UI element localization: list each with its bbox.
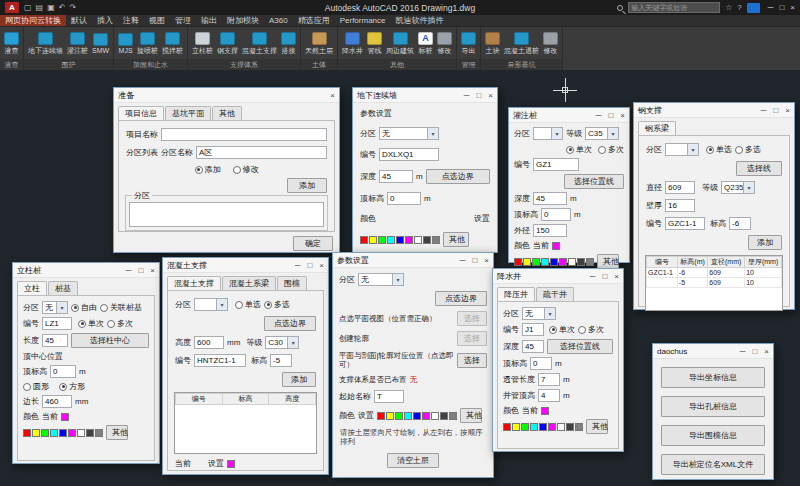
color-swatch-7[interactable]	[566, 423, 574, 431]
new-file-icon[interactable]: ▢	[24, 2, 32, 13]
color-swatch-8[interactable]	[575, 423, 583, 431]
height-input[interactable]	[194, 336, 224, 349]
radio-multi[interactable]: 多选	[264, 299, 290, 310]
menu-item-6[interactable]: 输出	[196, 15, 222, 26]
minimize-icon[interactable]: ─	[460, 256, 466, 265]
export-dialog-titlebar[interactable]: daochus ─ □ ×	[653, 344, 773, 359]
maximize-icon[interactable]: □	[773, 106, 778, 115]
color-swatch-3[interactable]	[404, 412, 412, 420]
partition-dropdown[interactable]: ▾	[665, 143, 699, 156]
tab-other[interactable]: 其他	[212, 106, 242, 120]
maximize-icon[interactable]: □	[476, 91, 481, 100]
elevation-input[interactable]	[729, 217, 751, 230]
partition-dropdown[interactable]: ▾	[194, 298, 228, 311]
concrete-dialog-titlebar[interactable]: 混凝土支撑 ─ □ ×	[163, 258, 328, 273]
color-swatch-3[interactable]	[541, 258, 549, 266]
color-swatch-2[interactable]	[532, 258, 540, 266]
ribbon-button-灌注桩[interactable]: 灌注桩	[66, 31, 89, 57]
color-swatch-6[interactable]	[414, 236, 422, 244]
minimize-icon[interactable]: ─	[295, 261, 301, 270]
radio-multi[interactable]: 多次	[107, 318, 133, 329]
other-color-button[interactable]: 其他	[106, 425, 128, 440]
tab-concrete-tie-beam[interactable]: 混凝土系梁	[222, 276, 276, 290]
minimize-icon[interactable]: ─	[126, 266, 132, 275]
ribbon-button-搭接[interactable]: 搭接	[280, 31, 297, 57]
color-swatch-4[interactable]	[59, 429, 67, 437]
color-swatch-2[interactable]	[521, 423, 529, 431]
color-swatch-3[interactable]	[50, 429, 58, 437]
color-swatch-7[interactable]	[423, 236, 431, 244]
color-swatch-0[interactable]	[514, 258, 522, 266]
top-elevation-input[interactable]	[530, 357, 552, 370]
menu-item-7[interactable]: 附加模块	[222, 15, 264, 26]
close-icon[interactable]: ×	[330, 91, 335, 100]
close-icon[interactable]: ×	[319, 261, 324, 270]
pick-boundary-button[interactable]: 点选边界	[426, 169, 490, 184]
color-swatch-1[interactable]	[523, 258, 531, 266]
color-swatch-7[interactable]	[440, 412, 448, 420]
color-swatch-8[interactable]	[432, 236, 440, 244]
export-button-1[interactable]: 导出孔桩信息	[661, 396, 765, 417]
export-button-0[interactable]: 导出坐标信息	[661, 367, 765, 388]
color-swatch-5[interactable]	[559, 258, 567, 266]
tab-waler[interactable]: 围檩	[277, 276, 307, 290]
ribbon-button-周边建筑[interactable]: 周边建筑	[385, 31, 415, 57]
table-row[interactable]: -560910	[647, 278, 782, 288]
partition-dropdown[interactable]: ▾	[533, 127, 563, 140]
tab-concrete-support[interactable]: 混凝土支撑	[167, 276, 221, 290]
color-swatch-2[interactable]	[395, 412, 403, 420]
maximize-icon[interactable]: □	[472, 256, 477, 265]
close-icon[interactable]: ×	[484, 256, 489, 265]
depth-input[interactable]	[379, 170, 413, 183]
close-icon[interactable]: ×	[764, 347, 769, 356]
current-color-swatch[interactable]	[552, 242, 560, 250]
elevation-input[interactable]	[270, 354, 292, 367]
top-elevation-input[interactable]	[387, 192, 421, 205]
top-elevation-input[interactable]	[50, 365, 76, 378]
top-elevation-input[interactable]	[541, 208, 571, 221]
color-swatch-4[interactable]	[539, 423, 547, 431]
radio-single[interactable]: 单次	[549, 324, 575, 335]
ribbon-button-修改[interactable]: 修改	[436, 31, 453, 57]
outer-diameter-input[interactable]	[533, 224, 567, 237]
prepare-dialog-titlebar[interactable]: 准备 ×	[114, 88, 339, 103]
ribbon-button-立柱桩[interactable]: 立柱桩	[191, 31, 214, 57]
color-swatch-7[interactable]	[577, 258, 585, 266]
grade-dropdown[interactable]: Q235▾	[721, 181, 755, 194]
maximize-icon[interactable]: □	[307, 261, 312, 270]
add-button[interactable]: 添加	[287, 178, 327, 193]
color-swatch-8[interactable]	[95, 429, 103, 437]
ribbon-button-标桩[interactable]: A标桩	[417, 31, 434, 57]
color-swatch-8[interactable]	[449, 412, 457, 420]
minimize-icon[interactable]: ─	[596, 111, 602, 120]
menu-item-11[interactable]: 凯迪软件插件	[390, 15, 448, 26]
minimize-icon[interactable]: ─	[740, 347, 746, 356]
menu-item-8[interactable]: A360	[264, 15, 293, 26]
menu-item-1[interactable]: 默认	[66, 15, 92, 26]
window-minimize-button[interactable]: ─	[768, 3, 774, 12]
undo-icon[interactable]: ↶	[59, 2, 66, 13]
radio-circular[interactable]: 圆形	[23, 381, 49, 392]
color-swatch-0[interactable]	[360, 236, 368, 244]
tab-column[interactable]: 立柱	[17, 281, 47, 295]
color-swatch-6[interactable]	[557, 423, 565, 431]
pick-boundary-button[interactable]: 点选边界	[264, 316, 316, 331]
number-input[interactable]	[194, 354, 246, 367]
star-icon[interactable]: ☆	[725, 3, 732, 12]
ribbon-button-旋喷桩[interactable]: 旋喷桩	[136, 31, 159, 57]
pick-line-button[interactable]: 选择线	[736, 161, 782, 176]
support-table[interactable]: 编号标高(m)直径(mm)壁厚(mm)GZC1-1-660910-560910	[645, 255, 783, 311]
radio-multi[interactable]: 多次	[598, 144, 624, 155]
ribbon-button-液查[interactable]: 液查	[3, 31, 20, 57]
color-swatch-0[interactable]	[377, 412, 385, 420]
number-input[interactable]	[533, 158, 579, 171]
ribbon-button-搅拌桩[interactable]: 搅拌桩	[161, 31, 184, 57]
other-color-button[interactable]: 其他	[597, 254, 619, 269]
wall-dialog-titlebar[interactable]: 地下连续墙 ─ □ ×	[353, 88, 497, 103]
color-swatch-2[interactable]	[378, 236, 386, 244]
add-button[interactable]: 添加	[282, 372, 316, 387]
depth-input[interactable]	[533, 192, 567, 205]
color-swatch-7[interactable]	[86, 429, 94, 437]
current-color-swatch[interactable]	[541, 407, 549, 415]
table-row[interactable]: GZC1-1-660910	[647, 268, 782, 278]
